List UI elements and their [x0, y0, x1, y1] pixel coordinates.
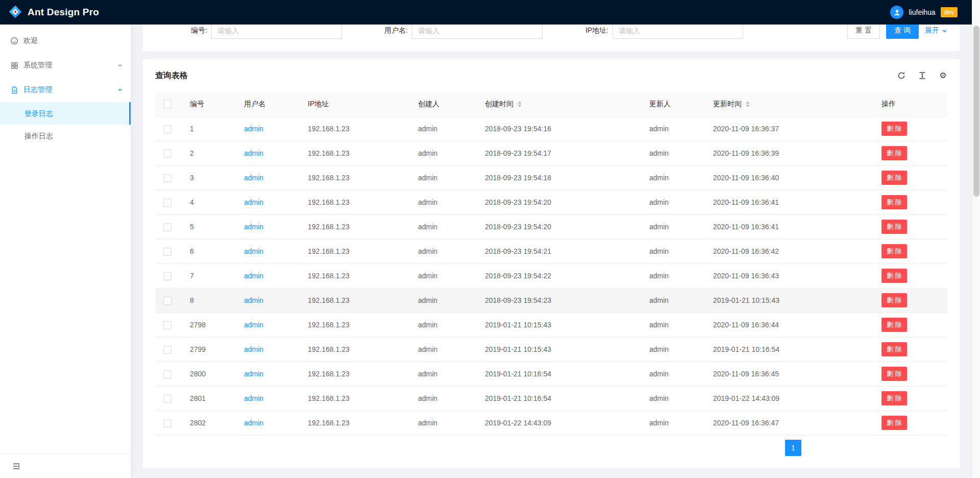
user-name[interactable]: liufeihua [909, 8, 935, 16]
username-link[interactable]: admin [244, 296, 263, 304]
column-header-created-time[interactable]: 创建时间 [477, 92, 641, 116]
user-avatar[interactable] [890, 6, 903, 19]
sidebar-item-label: 日志管理 [23, 85, 52, 94]
cell-username: admin [236, 288, 300, 313]
cell-username: admin [236, 386, 300, 411]
username-link[interactable]: admin [244, 321, 263, 329]
delete-button[interactable]: 删 除 [881, 122, 907, 136]
select-all-checkbox[interactable] [163, 100, 172, 108]
table-title: 查询表格 [155, 70, 188, 81]
delete-button[interactable]: 删 除 [881, 244, 907, 258]
brand[interactable]: Ant Design Pro [8, 5, 99, 20]
delete-button[interactable]: 删 除 [881, 318, 907, 332]
row-checkbox[interactable] [163, 395, 172, 403]
username-link[interactable]: admin [244, 198, 263, 206]
delete-button[interactable]: 删 除 [881, 195, 907, 209]
username-link[interactable]: admin [244, 370, 263, 378]
reload-icon[interactable] [897, 71, 905, 80]
filter-field-ip: IP地址: [556, 22, 757, 39]
cell-username: admin [236, 239, 300, 264]
cell-row-select [155, 165, 182, 190]
delete-button[interactable]: 删 除 [881, 220, 907, 234]
cell-created-time: 2019-01-21 10:16:54 [477, 362, 641, 386]
filter-field-username: 用户名: [356, 22, 556, 39]
cell-actions: 删 除 [873, 239, 947, 264]
row-checkbox[interactable] [163, 419, 172, 427]
column-height-icon[interactable] [918, 71, 926, 80]
sidebar-item-welcome[interactable]: 欢迎 [0, 29, 131, 53]
vertical-scrollbar[interactable] [972, 0, 980, 478]
row-checkbox[interactable] [163, 223, 172, 231]
pagination-active-page[interactable]: 1 [785, 440, 801, 456]
cell-updater: admin [641, 362, 705, 386]
username-link[interactable]: admin [244, 223, 263, 231]
delete-button[interactable]: 删 除 [881, 269, 907, 283]
sort-icon[interactable] [518, 101, 522, 107]
username-link[interactable]: admin [244, 394, 263, 402]
row-checkbox[interactable] [163, 297, 172, 305]
table-container: 编号 用户名 IP地址 创建人 创建时间 更新人 更新时间 [143, 92, 960, 436]
row-checkbox[interactable] [163, 199, 172, 207]
app-window: Ant Design Pro liufeihua dev [0, 0, 980, 468]
ip-input[interactable] [612, 22, 743, 39]
username-link[interactable]: admin [244, 247, 263, 255]
cell-creator: admin [410, 337, 477, 362]
cell-actions: 删 除 [873, 165, 947, 190]
chevron-up-icon [117, 87, 122, 92]
delete-button[interactable]: 删 除 [881, 146, 907, 160]
cell-actions: 删 除 [873, 313, 947, 337]
expand-link[interactable]: 展开 [925, 26, 947, 35]
delete-button[interactable]: 删 除 [881, 367, 907, 381]
table-row: 2802admin192.168.1.23admin2019-01-22 14:… [155, 411, 947, 435]
cell-id: 2801 [182, 386, 236, 411]
cell-updated-time: 2020-11-09 16:36:42 [705, 239, 873, 264]
row-checkbox[interactable] [163, 370, 172, 378]
cell-id: 1 [182, 116, 236, 141]
row-checkbox[interactable] [163, 174, 172, 182]
cell-actions: 删 除 [873, 362, 947, 386]
row-checkbox[interactable] [163, 321, 172, 329]
delete-button[interactable]: 删 除 [881, 391, 907, 405]
sidebar-item-login-log[interactable]: 登录日志 [0, 102, 131, 125]
cell-creator: admin [410, 190, 477, 214]
table-card-header: 查询表格 ⚙ [143, 59, 960, 92]
row-checkbox[interactable] [163, 272, 172, 280]
cell-creator: admin [410, 411, 477, 435]
table-row: 6admin192.168.1.23admin2018-09-23 19:54:… [155, 239, 947, 264]
username-link[interactable]: admin [244, 125, 263, 133]
cell-created-time: 2018-09-23 19:54:21 [477, 239, 641, 264]
sidebar-item-system-management[interactable]: 系统管理 [0, 53, 131, 78]
table-row: 2admin192.168.1.23admin2018-09-23 19:54:… [155, 141, 947, 165]
username-input[interactable] [412, 22, 543, 39]
delete-button[interactable]: 删 除 [881, 416, 907, 430]
row-checkbox[interactable] [163, 125, 172, 133]
sidebar-item-log-management[interactable]: 日志管理 [0, 78, 131, 102]
table-body: 1admin192.168.1.23admin2018-09-23 19:54:… [155, 116, 947, 435]
username-link[interactable]: admin [244, 174, 263, 182]
cell-updated-time: 2020-11-09 16:36:43 [705, 264, 873, 288]
column-header-updated-time[interactable]: 更新时间 [705, 92, 873, 116]
cell-row-select [155, 264, 182, 288]
delete-button[interactable]: 删 除 [881, 293, 907, 307]
menu-fold-icon[interactable] [12, 462, 20, 470]
search-button[interactable]: 查 询 [886, 22, 919, 39]
sort-icon[interactable] [746, 101, 750, 107]
username-link[interactable]: admin [244, 419, 263, 427]
reset-button[interactable]: 重 置 [847, 22, 880, 39]
username-link[interactable]: admin [244, 149, 263, 157]
cell-actions: 删 除 [873, 337, 947, 362]
settings-gear-icon[interactable]: ⚙ [939, 71, 947, 80]
row-checkbox[interactable] [163, 346, 172, 354]
id-input[interactable] [211, 22, 342, 39]
username-link[interactable]: admin [244, 272, 263, 280]
delete-button[interactable]: 删 除 [881, 171, 907, 185]
cell-ip: 192.168.1.23 [300, 190, 410, 214]
scrollbar-thumb[interactable] [973, 26, 979, 197]
row-checkbox[interactable] [163, 150, 172, 158]
username-link[interactable]: admin [244, 345, 263, 353]
cell-ip: 192.168.1.23 [300, 264, 410, 288]
row-checkbox[interactable] [163, 248, 172, 256]
sidebar-item-operation-log[interactable]: 操作日志 [0, 125, 131, 147]
sidebar-item-label: 系统管理 [23, 61, 52, 70]
delete-button[interactable]: 删 除 [881, 342, 907, 356]
